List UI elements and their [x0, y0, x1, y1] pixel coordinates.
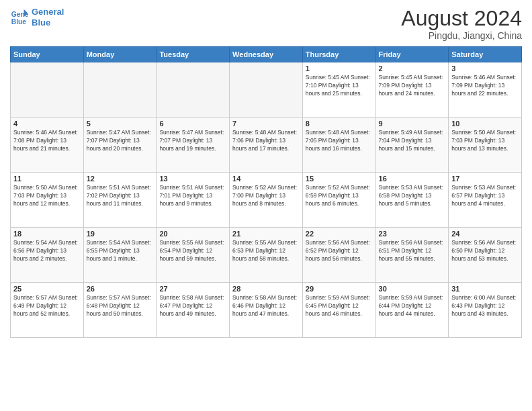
calendar-cell [157, 62, 230, 118]
day-number: 23 [379, 230, 446, 238]
calendar-cell: 8Sunrise: 5:48 AM Sunset: 7:05 PM Daylig… [302, 118, 375, 173]
day-info: Sunrise: 5:49 AM Sunset: 7:04 PM Dayligh… [379, 129, 446, 153]
weekday-header: Tuesday [157, 47, 230, 62]
calendar-cell: 14Sunrise: 5:52 AM Sunset: 7:00 PM Dayli… [230, 173, 303, 228]
header: General Blue General Blue August 2024 Pi… [10, 7, 522, 41]
day-number: 6 [159, 120, 226, 128]
calendar-cell: 4Sunrise: 5:46 AM Sunset: 7:08 PM Daylig… [11, 118, 84, 173]
page: General Blue General Blue August 2024 Pi… [0, 0, 532, 411]
day-info: Sunrise: 5:51 AM Sunset: 7:01 PM Dayligh… [159, 184, 226, 208]
weekday-header: Monday [83, 47, 157, 62]
calendar-cell: 9Sunrise: 5:49 AM Sunset: 7:04 PM Daylig… [375, 118, 449, 173]
day-number: 10 [451, 120, 519, 128]
day-number: 3 [451, 64, 519, 73]
day-number: 18 [13, 230, 81, 238]
day-info: Sunrise: 5:45 AM Sunset: 7:10 PM Dayligh… [306, 74, 373, 98]
calendar-week-row: 4Sunrise: 5:46 AM Sunset: 7:08 PM Daylig… [11, 118, 522, 173]
calendar-cell [83, 62, 157, 118]
weekday-header-row: SundayMondayTuesdayWednesdayThursdayFrid… [11, 47, 522, 62]
day-number: 7 [232, 120, 300, 128]
calendar-cell: 7Sunrise: 5:48 AM Sunset: 7:06 PM Daylig… [230, 118, 303, 173]
day-info: Sunrise: 5:55 AM Sunset: 6:53 PM Dayligh… [232, 239, 300, 263]
logo-text: General Blue [32, 7, 64, 28]
calendar-cell [230, 62, 303, 118]
day-info: Sunrise: 5:51 AM Sunset: 7:02 PM Dayligh… [87, 184, 154, 208]
calendar-week-row: 18Sunrise: 5:54 AM Sunset: 6:56 PM Dayli… [11, 228, 522, 283]
calendar-week-row: 11Sunrise: 5:50 AM Sunset: 7:03 PM Dayli… [11, 173, 522, 228]
weekday-header: Thursday [302, 47, 375, 62]
svg-text:Blue: Blue [11, 18, 27, 26]
day-info: Sunrise: 5:46 AM Sunset: 7:08 PM Dayligh… [13, 129, 81, 153]
day-number: 16 [379, 175, 446, 183]
day-info: Sunrise: 5:46 AM Sunset: 7:09 PM Dayligh… [451, 74, 519, 98]
calendar-cell: 25Sunrise: 5:57 AM Sunset: 6:49 PM Dayli… [11, 283, 84, 338]
day-info: Sunrise: 5:58 AM Sunset: 6:46 PM Dayligh… [232, 294, 300, 318]
day-number: 25 [13, 285, 81, 293]
calendar-cell: 24Sunrise: 5:56 AM Sunset: 6:50 PM Dayli… [449, 228, 522, 283]
day-number: 31 [451, 285, 519, 293]
day-number: 29 [306, 285, 373, 293]
calendar-cell: 13Sunrise: 5:51 AM Sunset: 7:01 PM Dayli… [157, 173, 230, 228]
calendar-cell: 15Sunrise: 5:52 AM Sunset: 6:59 PM Dayli… [302, 173, 375, 228]
calendar-cell: 17Sunrise: 5:53 AM Sunset: 6:57 PM Dayli… [449, 173, 522, 228]
day-info: Sunrise: 5:58 AM Sunset: 6:47 PM Dayligh… [159, 294, 226, 318]
day-info: Sunrise: 5:54 AM Sunset: 6:55 PM Dayligh… [87, 239, 154, 263]
subtitle: Pingdu, Jiangxi, China [401, 30, 522, 41]
weekday-header: Sunday [11, 47, 84, 62]
calendar-cell: 5Sunrise: 5:47 AM Sunset: 7:07 PM Daylig… [83, 118, 157, 173]
calendar-cell: 31Sunrise: 6:00 AM Sunset: 6:43 PM Dayli… [449, 283, 522, 338]
calendar-cell: 19Sunrise: 5:54 AM Sunset: 6:55 PM Dayli… [83, 228, 157, 283]
day-number: 9 [379, 120, 446, 128]
day-number: 28 [232, 285, 300, 293]
day-info: Sunrise: 5:53 AM Sunset: 6:58 PM Dayligh… [379, 184, 446, 208]
day-number: 8 [306, 120, 373, 128]
calendar-week-row: 25Sunrise: 5:57 AM Sunset: 6:49 PM Dayli… [11, 283, 522, 338]
logo-icon: General Blue [10, 8, 29, 27]
day-number: 11 [13, 175, 81, 183]
day-number: 12 [87, 175, 154, 183]
day-number: 5 [87, 120, 154, 128]
calendar-cell: 22Sunrise: 5:56 AM Sunset: 6:52 PM Dayli… [302, 228, 375, 283]
calendar-cell: 6Sunrise: 5:47 AM Sunset: 7:07 PM Daylig… [157, 118, 230, 173]
weekday-header: Friday [375, 47, 449, 62]
day-info: Sunrise: 5:57 AM Sunset: 6:49 PM Dayligh… [13, 294, 81, 318]
calendar-cell: 1Sunrise: 5:45 AM Sunset: 7:10 PM Daylig… [302, 62, 375, 118]
day-info: Sunrise: 5:53 AM Sunset: 6:57 PM Dayligh… [451, 184, 519, 208]
day-info: Sunrise: 5:59 AM Sunset: 6:44 PM Dayligh… [379, 294, 446, 318]
day-number: 2 [379, 64, 446, 73]
day-number: 14 [232, 175, 300, 183]
day-info: Sunrise: 5:52 AM Sunset: 7:00 PM Dayligh… [232, 184, 300, 208]
month-title: August 2024 [401, 7, 522, 30]
day-number: 15 [306, 175, 373, 183]
day-number: 17 [451, 175, 519, 183]
calendar-cell: 30Sunrise: 5:59 AM Sunset: 6:44 PM Dayli… [375, 283, 449, 338]
day-number: 30 [379, 285, 446, 293]
day-info: Sunrise: 5:48 AM Sunset: 7:06 PM Dayligh… [232, 129, 300, 153]
calendar-cell: 2Sunrise: 5:45 AM Sunset: 7:09 PM Daylig… [375, 62, 449, 118]
calendar-cell: 11Sunrise: 5:50 AM Sunset: 7:03 PM Dayli… [11, 173, 84, 228]
calendar-cell: 21Sunrise: 5:55 AM Sunset: 6:53 PM Dayli… [230, 228, 303, 283]
day-info: Sunrise: 5:50 AM Sunset: 7:03 PM Dayligh… [451, 129, 519, 153]
day-number: 13 [159, 175, 226, 183]
calendar-cell: 18Sunrise: 5:54 AM Sunset: 6:56 PM Dayli… [11, 228, 84, 283]
day-info: Sunrise: 5:57 AM Sunset: 6:48 PM Dayligh… [87, 294, 154, 318]
day-number: 1 [306, 64, 373, 73]
calendar-cell: 23Sunrise: 5:56 AM Sunset: 6:51 PM Dayli… [375, 228, 449, 283]
calendar-cell: 20Sunrise: 5:55 AM Sunset: 6:54 PM Dayli… [157, 228, 230, 283]
day-info: Sunrise: 6:00 AM Sunset: 6:43 PM Dayligh… [451, 294, 519, 318]
day-info: Sunrise: 5:45 AM Sunset: 7:09 PM Dayligh… [379, 74, 446, 98]
calendar-cell: 3Sunrise: 5:46 AM Sunset: 7:09 PM Daylig… [449, 62, 522, 118]
calendar-cell [11, 62, 84, 118]
day-number: 22 [306, 230, 373, 238]
day-info: Sunrise: 5:56 AM Sunset: 6:52 PM Dayligh… [306, 239, 373, 263]
day-info: Sunrise: 5:50 AM Sunset: 7:03 PM Dayligh… [13, 184, 81, 208]
day-number: 20 [159, 230, 226, 238]
calendar-cell: 12Sunrise: 5:51 AM Sunset: 7:02 PM Dayli… [83, 173, 157, 228]
day-info: Sunrise: 5:47 AM Sunset: 7:07 PM Dayligh… [87, 129, 154, 153]
day-info: Sunrise: 5:52 AM Sunset: 6:59 PM Dayligh… [306, 184, 373, 208]
day-info: Sunrise: 5:59 AM Sunset: 6:45 PM Dayligh… [306, 294, 373, 318]
calendar-cell: 29Sunrise: 5:59 AM Sunset: 6:45 PM Dayli… [302, 283, 375, 338]
logo: General Blue General Blue [10, 7, 64, 28]
calendar-cell: 16Sunrise: 5:53 AM Sunset: 6:58 PM Dayli… [375, 173, 449, 228]
calendar-week-row: 1Sunrise: 5:45 AM Sunset: 7:10 PM Daylig… [11, 62, 522, 118]
